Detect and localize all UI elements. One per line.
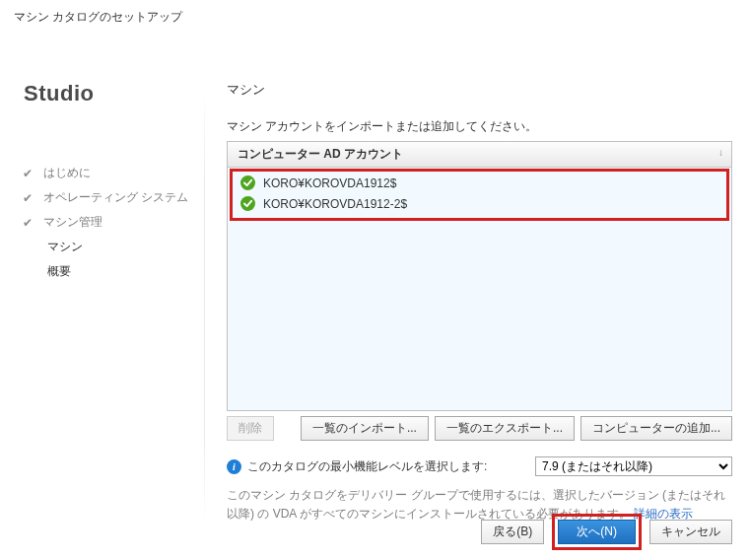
export-list-button[interactable]: 一覧のエクスポート...	[435, 416, 575, 441]
sidebar-item-os[interactable]: ✔ オペレーティング システム	[20, 185, 205, 210]
wizard-sidebar: Studio ✔ はじめに ✔ オペレーティング システム ✔ マシン管理 マシ…	[0, 32, 205, 560]
sort-indicator-icon: ↓	[718, 147, 723, 158]
sidebar-item-label: はじめに	[43, 165, 91, 181]
grid-action-row: 削除 一覧のインポート... 一覧のエクスポート... コンピューターの追加..…	[227, 416, 732, 441]
page-heading: マシン	[227, 81, 732, 99]
column-header-label: コンピューター AD アカウント	[238, 147, 403, 161]
back-button[interactable]: 戻る(B)	[481, 520, 544, 544]
grid-column-header[interactable]: コンピューター AD アカウント ↓	[228, 142, 731, 168]
functional-level-row: i このカタログの最小機能レベルを選択します: 7.9 (またはそれ以降)	[227, 456, 732, 476]
sidebar-item-label: 概要	[47, 263, 71, 280]
sidebar-item-label: マシン	[47, 239, 83, 255]
spacer	[280, 416, 295, 441]
check-icon: ✔	[20, 167, 35, 180]
status-ok-icon	[240, 196, 255, 211]
info-icon: i	[227, 459, 241, 474]
accounts-highlight: KORO¥KOROVDA1912$ KORO¥KOROVDA1912-2$	[230, 169, 729, 221]
grid-body: KORO¥KOROVDA1912$ KORO¥KOROVDA1912-2$	[228, 168, 731, 410]
table-row[interactable]: KORO¥KOROVDA1912-2$	[237, 193, 722, 214]
status-ok-icon	[240, 175, 255, 190]
next-button[interactable]: 次へ(N)	[558, 520, 636, 544]
accounts-grid: コンピューター AD アカウント ↓ KORO¥KOROVDA1912$	[227, 141, 732, 411]
next-highlight: 次へ(N)	[552, 514, 642, 550]
wizard-steps: ✔ はじめに ✔ オペレーティング システム ✔ マシン管理 マシン 概要	[20, 161, 205, 284]
sidebar-item-machines[interactable]: マシン	[20, 235, 205, 259]
table-row[interactable]: KORO¥KOROVDA1912$	[237, 173, 722, 193]
level-label: i このカタログの最小機能レベルを選択します:	[227, 458, 525, 475]
account-name: KORO¥KOROVDA1912-2$	[263, 197, 407, 211]
cancel-button[interactable]: キャンセル	[649, 520, 732, 544]
account-name: KORO¥KOROVDA1912$	[263, 176, 396, 190]
sidebar-item-label: マシン管理	[43, 214, 102, 231]
wizard-footer: 戻る(B) 次へ(N) キャンセル	[481, 514, 732, 550]
wizard-content: マシン マシン アカウントをインポートまたは追加してください。 コンピューター …	[205, 32, 750, 560]
level-label-text: このカタログの最小機能レベルを選択します:	[247, 458, 487, 475]
delete-button: 削除	[227, 416, 274, 441]
check-icon: ✔	[20, 216, 35, 230]
main-layout: Studio ✔ はじめに ✔ オペレーティング システム ✔ マシン管理 マシ…	[0, 32, 750, 560]
sidebar-item-label: オペレーティング システム	[43, 189, 188, 206]
add-computers-button[interactable]: コンピューターの追加...	[580, 416, 732, 441]
level-select[interactable]: 7.9 (またはそれ以降)	[535, 456, 732, 476]
brand-title: Studio	[20, 81, 205, 106]
import-list-button[interactable]: 一覧のインポート...	[301, 416, 429, 441]
check-icon: ✔	[20, 191, 35, 205]
instruction-text: マシン アカウントをインポートまたは追加してください。	[227, 118, 732, 135]
window-title: マシン カタログのセットアップ	[0, 0, 750, 32]
sidebar-item-summary[interactable]: 概要	[20, 259, 205, 284]
sidebar-item-intro[interactable]: ✔ はじめに	[20, 161, 205, 185]
sidebar-item-machine-mgmt[interactable]: ✔ マシン管理	[20, 210, 205, 235]
